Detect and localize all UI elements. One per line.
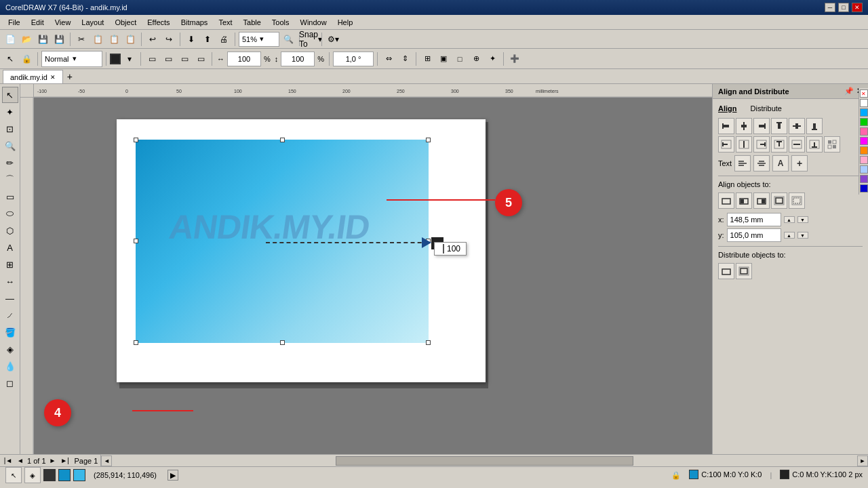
cut-button[interactable]: ✂ — [74, 32, 89, 47]
text-align-add-btn[interactable]: + — [791, 155, 808, 171]
align-to-first-btn[interactable] — [736, 192, 752, 209]
polygon-draw-btn[interactable]: ⬡ — [2, 222, 18, 239]
menu-window[interactable]: Window — [295, 17, 332, 28]
align-top-btn[interactable] — [771, 118, 787, 134]
fill-dropdown[interactable]: ▾ — [122, 52, 137, 66]
scroll-left-btn[interactable]: ◄ — [101, 455, 112, 466]
y-spinner-up[interactable]: ▲ — [784, 232, 795, 239]
paste-button[interactable]: 📋 — [106, 32, 121, 47]
select-tool-btn[interactable]: ↖ — [2, 87, 18, 103]
handle-bc[interactable] — [280, 340, 285, 345]
publish-button[interactable]: 🖨 — [216, 32, 231, 47]
copy-button[interactable]: 📋 — [90, 32, 105, 47]
angle-input[interactable] — [333, 52, 374, 66]
color-magenta[interactable] — [860, 137, 868, 145]
height-input[interactable] — [281, 52, 315, 66]
scroll-right-btn[interactable]: ► — [857, 455, 868, 466]
menu-file[interactable]: File — [3, 17, 26, 28]
combine-button[interactable]: ⊕ — [469, 52, 484, 66]
menu-effects[interactable]: Effects — [142, 17, 175, 28]
fill-tool-btn[interactable]: 🪣 — [2, 324, 18, 340]
ellipse-draw-btn[interactable]: ⬭ — [2, 205, 18, 222]
open-button[interactable]: 📂 — [19, 32, 34, 47]
align-page-bottom-btn[interactable] — [806, 136, 823, 152]
scroll-thumb[interactable] — [336, 456, 633, 466]
distribute-tab[interactable]: Distribute — [751, 104, 782, 113]
align-left-btn[interactable] — [718, 118, 734, 134]
align-page-top-btn[interactable] — [771, 136, 787, 152]
align-page-right-btn[interactable] — [753, 136, 770, 152]
menu-layout[interactable]: Layout — [76, 17, 109, 28]
new-button[interactable]: 📄 — [3, 32, 18, 47]
outline-btn[interactable]: ◻ — [2, 375, 18, 391]
paste-special-button[interactable]: 📋 — [123, 32, 138, 47]
x-spinner-up[interactable]: ▲ — [784, 216, 795, 223]
page-last-btn[interactable]: ►| — [60, 455, 71, 466]
restore-button[interactable]: □ — [838, 3, 849, 12]
break-button[interactable]: ✦ — [485, 52, 500, 66]
document-tab[interactable]: andik.my.id ✕ — [3, 70, 63, 83]
align-to-last-btn[interactable] — [753, 192, 770, 209]
page-next-btn[interactable]: ► — [47, 455, 58, 466]
status-color-box3[interactable] — [73, 469, 85, 481]
tab-close-icon[interactable]: ✕ — [50, 74, 56, 81]
blend-tool-btn[interactable]: ⟋ — [2, 307, 18, 323]
text-align-left-btn[interactable] — [734, 155, 751, 171]
align-bottom-btn[interactable] — [806, 118, 823, 134]
menu-edit[interactable]: Edit — [26, 17, 50, 28]
y-spinner-down[interactable]: ▼ — [797, 232, 808, 239]
menu-tools[interactable]: Tools — [267, 17, 295, 28]
add-button[interactable]: ➕ — [507, 52, 522, 66]
lock-btn[interactable]: 🔒 — [19, 52, 34, 66]
group-button[interactable]: ▣ — [436, 52, 451, 66]
minimize-button[interactable]: ─ — [825, 3, 835, 12]
export-button[interactable]: ⬆ — [200, 32, 215, 47]
panel-pin-icon[interactable]: 📌 — [844, 87, 854, 96]
canvas-area[interactable]: -100 -50 0 50 100 150 200 250 300 350 mi… — [20, 84, 712, 454]
rect-tool4[interactable]: ▭ — [193, 52, 208, 66]
menu-view[interactable]: View — [50, 17, 77, 28]
align-scatter-btn[interactable] — [824, 136, 840, 152]
eyedropper-btn[interactable]: 💧 — [2, 358, 18, 374]
align-page-left-btn[interactable] — [718, 136, 734, 152]
rect-tool3[interactable]: ▭ — [177, 52, 192, 66]
page-prev-btn[interactable]: ◄ — [15, 455, 26, 466]
distribute-to-page-btn[interactable] — [736, 263, 752, 279]
undo-button[interactable]: ↩ — [145, 32, 160, 47]
color-white[interactable] — [860, 99, 868, 107]
x-spinner-down[interactable]: ▼ — [797, 216, 808, 223]
zoom-tool-btn[interactable]: 🔍 — [2, 138, 18, 154]
page-first-btn[interactable]: |◄ — [3, 455, 14, 466]
import-button[interactable]: ⬇ — [184, 32, 199, 47]
workspace[interactable]: ANDIK.MY.ID — [34, 98, 712, 454]
color-cyan[interactable] — [860, 108, 868, 117]
snap-to-button[interactable]: Snap To▾ — [303, 32, 318, 47]
blue-rectangle[interactable]: ANDIK.MY.ID — [136, 140, 429, 343]
shape-tool-btn[interactable]: ✦ — [2, 104, 18, 120]
status-select-btn[interactable]: ↖ — [5, 467, 22, 483]
rect-draw-btn[interactable]: ▭ — [2, 188, 18, 205]
text-tool-btn[interactable]: A — [2, 239, 18, 256]
save-as-button[interactable]: 💾 — [52, 32, 66, 47]
align-center-h-btn[interactable] — [736, 118, 752, 134]
color-none[interactable]: ✕ — [860, 89, 868, 98]
handle-tl[interactable] — [134, 138, 138, 142]
align-tab[interactable]: Align — [718, 104, 737, 113]
smart-fill-btn[interactable]: ◈ — [2, 341, 18, 357]
rect-tool2[interactable]: ▭ — [161, 52, 176, 66]
zoom-dropdown[interactable]: 51% ▾ — [239, 32, 279, 47]
mirror-h-button[interactable]: ⇔ — [381, 52, 396, 66]
save-button[interactable]: 💾 — [35, 32, 50, 47]
mirror-v-button[interactable]: ⇕ — [397, 52, 412, 66]
align-to-margin-btn[interactable] — [789, 192, 805, 209]
align-page-center-h-btn[interactable] — [736, 136, 752, 152]
color-purple[interactable] — [860, 175, 868, 183]
handle-br[interactable] — [426, 340, 431, 345]
color-orange[interactable] — [860, 146, 868, 155]
handle-tc[interactable] — [280, 138, 285, 142]
menu-bitmaps[interactable]: Bitmaps — [176, 17, 214, 28]
freehand-tool-btn[interactable]: ✏ — [2, 155, 18, 171]
status-color-box1[interactable] — [43, 469, 56, 481]
handle-bl[interactable] — [134, 340, 138, 345]
table-tool-btn[interactable]: ⊞ — [2, 256, 18, 272]
